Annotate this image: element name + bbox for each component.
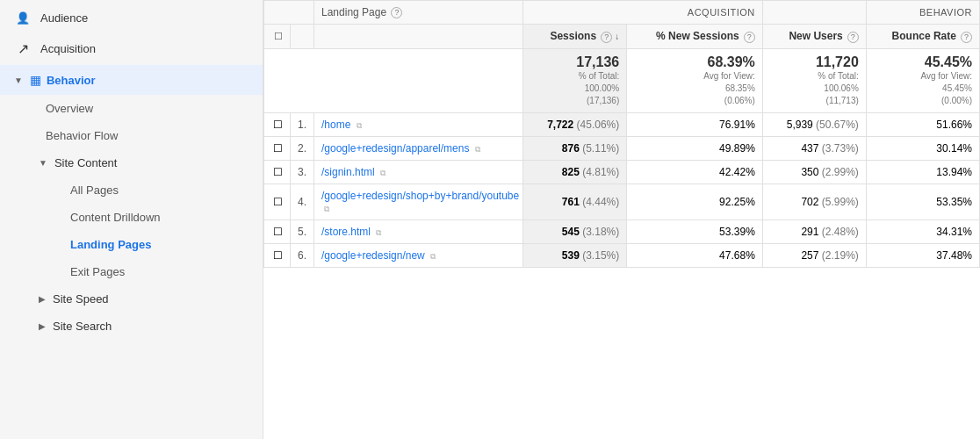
new-sessions-col-header[interactable]: % New Sessions ? — [627, 25, 763, 49]
summary-sessions: 17,136 % of Total:100.00%(17,136) — [523, 48, 627, 112]
landing-page-cell-5: /google+redesign/new ⧉ — [314, 243, 523, 267]
sidebar-item-content-drilldown[interactable]: Content Drilldown — [53, 204, 263, 231]
landing-page-link-3[interactable]: /google+redesign/shop+by+brand/youtube — [321, 190, 519, 202]
external-link-icon-4[interactable]: ⧉ — [376, 228, 381, 237]
checkbox-icon: ☐ — [273, 166, 283, 178]
sidebar-item-landing-pages[interactable]: Landing Pages ← — [53, 231, 263, 258]
summary-row: 17,136 % of Total:100.00%(17,136) 68.39%… — [264, 48, 980, 112]
new-sessions-cell-2: 42.42% — [627, 160, 763, 184]
new-sessions-cell-3: 92.25% — [627, 184, 763, 220]
row-num-5: 6. — [291, 243, 314, 267]
summary-bounce-rate: 45.45% Avg for View:45.45%(0.00%) — [866, 48, 979, 112]
new-users-cell-0: 5,939 (50.67%) — [762, 112, 866, 136]
landing-page-cell-3: /google+redesign/shop+by+brand/youtube ⧉ — [314, 184, 523, 220]
behavior-icon: ▦ — [30, 73, 41, 87]
sessions-cell-2: 825 (4.81%) — [523, 160, 627, 184]
table-row: ☐ 3. /signin.html ⧉ 825 (4.81%) 42.42% 3… — [264, 160, 980, 184]
row-num-header — [291, 25, 314, 49]
row-checkbox-2[interactable]: ☐ — [264, 160, 291, 184]
sessions-cell-3: 761 (4.44%) — [523, 184, 627, 220]
new-sessions-cell-4: 53.39% — [627, 220, 763, 243]
acquisition-icon: ↗ — [14, 40, 32, 57]
behavior-chevron-icon: ▼ — [14, 76, 23, 85]
landing-page-cell-4: /store.html ⧉ — [314, 220, 523, 243]
landing-page-help-icon[interactable]: ? — [391, 7, 402, 18]
site-search-chevron-icon: ▶ — [39, 321, 46, 331]
new-users-cell-5: 257 (2.19%) — [762, 243, 866, 267]
behavior-section-header: Behavior — [866, 1, 979, 25]
sidebar-item-site-speed[interactable]: ▶ Site Speed — [14, 285, 263, 313]
site-content-chevron-icon: ▼ — [39, 158, 47, 168]
sessions-help-icon[interactable]: ? — [601, 32, 612, 43]
landing-page-link-1[interactable]: /google+redesign/apparel/mens — [321, 142, 469, 155]
col-header-landing-page: Landing Page ? — [314, 1, 523, 25]
bounce-rate-cell-5: 37.48% — [866, 243, 979, 267]
new-users-col-header[interactable]: New Users ? — [762, 25, 866, 49]
new-users-cell-4: 291 (2.48%) — [762, 220, 866, 243]
landing-page-cell-0: /home ⧉ — [314, 112, 523, 136]
site-speed-chevron-icon: ▶ — [39, 294, 46, 304]
sessions-cell-4: 545 (3.18%) — [523, 220, 627, 243]
new-sessions-cell-5: 47.68% — [627, 243, 763, 267]
checkbox-icon: ☐ — [273, 119, 283, 131]
sidebar-item-overview[interactable]: Overview — [14, 95, 263, 122]
bounce-rate-cell-1: 30.14% — [866, 136, 979, 160]
external-link-icon-1[interactable]: ⧉ — [475, 145, 480, 154]
bounce-rate-cell-0: 51.66% — [866, 112, 979, 136]
row-checkbox-0[interactable]: ☐ — [264, 112, 291, 136]
sidebar-item-exit-pages[interactable]: Exit Pages — [53, 258, 263, 285]
external-link-icon-2[interactable]: ⧉ — [380, 169, 386, 177]
row-num-2: 3. — [291, 160, 314, 184]
row-num-0: 1. — [291, 112, 314, 136]
blank-col-header — [762, 1, 866, 25]
landing-page-link-0[interactable]: /home — [321, 119, 350, 131]
new-users-cell-3: 702 (5.99%) — [762, 184, 866, 220]
bounce-rate-help-icon[interactable]: ? — [961, 32, 972, 43]
select-all-checkbox-header[interactable]: ☐ — [264, 25, 291, 49]
landing-pages-table: Landing Page ? Acquisition Behavior ☐ — [263, 0, 980, 268]
main-content: Landing Page ? Acquisition Behavior ☐ — [263, 0, 980, 439]
sidebar: 👤 Audience ↗ Acquisition ▼ ▦ Behavior Ov… — [0, 0, 263, 439]
row-num-1: 2. — [291, 136, 314, 160]
table-row: ☐ 2. /google+redesign/apparel/mens ⧉ 876… — [264, 136, 980, 160]
sessions-cell-5: 539 (3.15%) — [523, 243, 627, 267]
sessions-col-header[interactable]: Sessions ? ↓ — [523, 25, 627, 49]
landing-page-link-4[interactable]: /store.html — [321, 226, 371, 238]
row-num-3: 4. — [291, 184, 314, 220]
new-sessions-cell-0: 76.91% — [627, 112, 763, 136]
checkbox-icon: ☐ — [273, 196, 283, 208]
new-sessions-cell-1: 49.89% — [627, 136, 763, 160]
sessions-sort-icon[interactable]: ↓ — [615, 32, 619, 41]
new-users-cell-1: 437 (3.73%) — [762, 136, 866, 160]
bounce-rate-cell-4: 34.31% — [866, 220, 979, 243]
sidebar-item-behavior-flow[interactable]: Behavior Flow — [14, 122, 263, 149]
external-link-icon-0[interactable]: ⧉ — [357, 121, 362, 130]
sidebar-item-audience[interactable]: 👤 Audience — [0, 4, 263, 32]
sidebar-item-site-content[interactable]: ▼ Site Content — [14, 149, 263, 176]
sidebar-item-acquisition[interactable]: ↗ Acquisition — [0, 32, 263, 65]
landing-page-cell-1: /google+redesign/apparel/mens ⧉ — [314, 136, 523, 160]
sidebar-item-behavior[interactable]: ▼ ▦ Behavior — [0, 65, 263, 95]
table-row: ☐ 5. /store.html ⧉ 545 (3.18%) 53.39% 29… — [264, 220, 980, 243]
landing-page-link-5[interactable]: /google+redesign/new — [321, 249, 425, 262]
new-users-cell-2: 350 (2.99%) — [762, 160, 866, 184]
row-checkbox-5[interactable]: ☐ — [264, 243, 291, 267]
external-link-icon-3[interactable]: ⧉ — [324, 205, 329, 213]
new-sessions-help-icon[interactable]: ? — [744, 32, 755, 43]
audience-icon: 👤 — [14, 11, 32, 25]
landing-page-cell-2: /signin.html ⧉ — [314, 160, 523, 184]
behavior-subgroup: Overview Behavior Flow ▼ Site Content Al… — [0, 95, 263, 340]
bounce-rate-cell-3: 53.35% — [866, 184, 979, 220]
row-num-4: 5. — [291, 220, 314, 243]
acquisition-section-header: Acquisition — [523, 1, 763, 25]
external-link-icon-5[interactable]: ⧉ — [430, 252, 436, 261]
new-users-help-icon[interactable]: ? — [847, 32, 859, 43]
row-checkbox-1[interactable]: ☐ — [264, 136, 291, 160]
site-content-subgroup: All Pages Content Drilldown Landing Page… — [14, 176, 263, 285]
row-checkbox-3[interactable]: ☐ — [264, 184, 291, 220]
row-checkbox-4[interactable]: ☐ — [264, 220, 291, 243]
bounce-rate-col-header[interactable]: Bounce Rate ? — [866, 25, 979, 49]
sidebar-item-site-search[interactable]: ▶ Site Search — [14, 313, 263, 340]
sidebar-item-all-pages[interactable]: All Pages — [53, 176, 263, 204]
landing-page-link-2[interactable]: /signin.html — [321, 166, 375, 178]
